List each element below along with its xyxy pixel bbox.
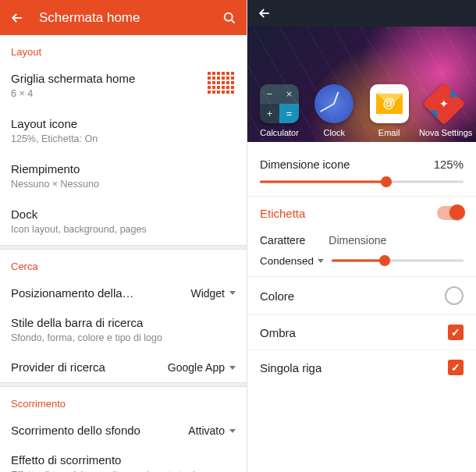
single-line-label: Singola riga <box>260 361 321 374</box>
row-icon-size: Dimensione icone 125% <box>247 144 476 172</box>
calculator-icon: −×+= <box>260 84 299 123</box>
app-clock: Clock <box>309 84 359 137</box>
email-icon: @ <box>370 84 409 123</box>
value-text: Google App <box>168 361 225 374</box>
etichetta-toggle[interactable] <box>437 206 464 220</box>
etichetta-label: Etichetta <box>260 207 305 220</box>
preview-app-bar <box>247 0 476 27</box>
font-select[interactable]: Condensed <box>260 255 324 267</box>
item-padding[interactable]: Riempimento Nessuno × Nessuno <box>0 154 247 200</box>
app-nova: ✦ Nova Settings <box>419 84 469 137</box>
item-subtitle: Nessuno × Nessuno <box>11 178 236 191</box>
preview-app-row: −×+= Calculator Clock @ Email ✦ <box>247 84 476 137</box>
item-search-placement[interactable]: Posizionamento della… Widget <box>0 279 247 308</box>
item-subtitle: Sfondo, forma, colore e tipo di logo <box>11 332 236 345</box>
row-etichetta: Etichetta <box>247 197 476 229</box>
row-color[interactable]: Colore <box>247 277 476 314</box>
value-text: Attivato <box>188 424 225 437</box>
icon-size-slider[interactable] <box>260 172 464 191</box>
item-title: Griglia schermata home <box>11 72 236 85</box>
app-calculator: −×+= Calculator <box>254 84 304 137</box>
color-swatch[interactable] <box>445 286 464 305</box>
section-header-search: Cerca <box>0 250 247 279</box>
clock-icon <box>314 84 353 123</box>
row-shadow[interactable]: Ombra <box>247 315 476 350</box>
nova-icon: ✦ <box>422 82 465 125</box>
right-content: Dimensione icone 125% Etichetta Caratter… <box>247 142 476 385</box>
section-header-scrolling: Scorrimento <box>0 387 247 416</box>
icon-size-value: 125% <box>434 158 464 171</box>
app-label: Nova Settings <box>419 128 469 137</box>
chevron-down-icon <box>229 366 236 370</box>
app-bar: Schermata home <box>0 0 247 35</box>
item-search-provider[interactable]: Provider di ricerca Google App <box>0 353 247 382</box>
item-dock[interactable]: Dock Icon layout, background, pages <box>0 200 247 245</box>
icon-size-label: Dimensione icone <box>260 158 350 171</box>
back-icon[interactable] <box>257 5 272 21</box>
app-email: @ Email <box>364 84 414 137</box>
item-subtitle: 6 × 4 <box>11 87 236 101</box>
item-title: Effetto di scorrimento <box>11 453 236 467</box>
item-title: Dock <box>11 208 236 221</box>
tab-character[interactable]: Carattere <box>260 234 305 247</box>
grid-icon <box>208 72 234 94</box>
color-label: Colore <box>260 289 294 303</box>
item-icon-layout[interactable]: Layout icone 125%, Etichetta: On <box>0 109 247 154</box>
shadow-label: Ombra <box>260 326 296 339</box>
item-title: Layout icone <box>11 117 236 130</box>
item-subtitle: Icon layout, background, pages <box>11 223 236 236</box>
label-tabs: Carattere Dimensione <box>247 229 476 248</box>
app-label: Calculator <box>254 128 304 137</box>
app-bar-title: Schermata home <box>39 10 208 26</box>
value-text: Widget <box>190 287 225 300</box>
tab-dimension[interactable]: Dimensione <box>329 234 386 247</box>
preview-wallpaper: −×+= Calculator Clock @ Email ✦ <box>247 27 476 142</box>
font-row: Condensed <box>247 248 476 276</box>
item-search-bar-style[interactable]: Stile della barra di ricerca Sfondo, for… <box>0 308 247 353</box>
chevron-down-icon <box>229 429 236 433</box>
item-scroll-effect[interactable]: Effetto di scorrimento Effetto di transi… <box>0 445 247 472</box>
shadow-checkbox[interactable] <box>448 325 464 340</box>
item-subtitle: 125%, Etichetta: On <box>11 133 236 146</box>
home-settings-pane: Schermata home Layout Griglia schermata … <box>0 0 247 472</box>
item-title: Stile della barra di ricerca <box>11 316 236 329</box>
item-grid[interactable]: Griglia schermata home 6 × 4 <box>0 64 247 109</box>
icon-layout-pane: −×+= Calculator Clock @ Email ✦ <box>247 0 476 472</box>
chevron-down-icon <box>229 291 236 295</box>
font-size-slider[interactable] <box>332 253 464 268</box>
chevron-down-icon <box>318 259 324 263</box>
item-subtitle: Effetto di transizione nello scorrimento… <box>11 469 236 472</box>
item-value: Attivato <box>188 424 236 437</box>
section-header-layout: Layout <box>0 35 247 64</box>
svg-point-0 <box>225 12 233 20</box>
row-single-line[interactable]: Singola riga <box>247 350 476 385</box>
item-value: Google App <box>168 361 236 374</box>
font-name: Condensed <box>260 255 314 267</box>
item-value: Widget <box>190 287 236 300</box>
item-bg-scroll[interactable]: Scorrimento dello sfondo Attivato <box>0 416 247 445</box>
back-icon[interactable] <box>9 10 25 26</box>
single-line-checkbox[interactable] <box>448 360 464 375</box>
app-label: Email <box>364 128 414 137</box>
search-icon[interactable] <box>222 10 237 26</box>
item-title: Riempimento <box>11 162 236 176</box>
app-label: Clock <box>309 128 359 137</box>
